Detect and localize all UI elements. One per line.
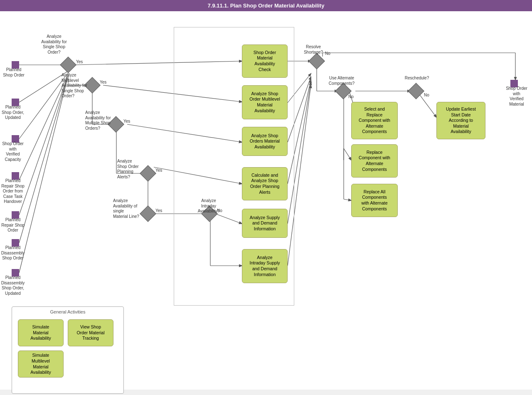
d1-yes-label: Yes [76, 59, 83, 65]
activity-1[interactable]: Shop OrderMaterialAvailabilityCheck [242, 44, 288, 78]
general-activity-2[interactable]: View ShopOrder MaterialTracking [68, 319, 113, 346]
activity-6[interactable]: AnalyzeIntraday Supplyand DemandInformat… [242, 249, 288, 283]
svg-line-16 [154, 167, 242, 184]
svg-line-34 [288, 74, 311, 103]
activity-9[interactable]: Replace AllComponentswith AlternateCompo… [351, 184, 398, 217]
activity-4[interactable]: Calculate andAnalyze ShopOrder PlanningA… [242, 167, 288, 200]
decision-label-3: AnalyzeAvailability forMultiple ShopOrde… [85, 110, 118, 131]
input-label-7: PlannedDisassemblyShop Order,Updated [0, 275, 26, 296]
decision-1 [60, 57, 76, 73]
page-title: 7.9.11.1. Plan Shop Order Material Avail… [0, 0, 532, 11]
d3-yes-label: Yes [123, 119, 130, 124]
d8-no-label: No [348, 94, 354, 100]
decision-9 [408, 83, 424, 99]
general-activity-1[interactable]: SimulateMaterialAvailability [18, 319, 64, 346]
activity-7[interactable]: Select andReplaceComponent withAlternate… [351, 102, 398, 139]
activity-3[interactable]: Analyze ShopOrders MaterialAvailability [242, 127, 288, 156]
decision-label-8: Use AlternateComponents? [325, 76, 358, 86]
input-label-5: PlannedRepair ShopOrder [0, 217, 26, 233]
svg-line-7 [74, 61, 242, 65]
general-activities-title: General Activities [12, 307, 123, 316]
input-label-1: PlannedShop Order [2, 67, 26, 78]
svg-line-6 [19, 79, 67, 273]
svg-line-10 [103, 85, 242, 102]
decision-7 [308, 53, 325, 69]
general-activities-box: General Activities SimulateMaterialAvail… [12, 306, 124, 394]
d5-yes-label: Yes [155, 208, 162, 214]
general-activities-grid: SimulateMaterialAvailability View ShopOr… [12, 316, 123, 381]
svg-line-19 [215, 214, 242, 224]
d4-yes-label: Yes [155, 168, 162, 173]
diagram-area: PlannedShop Order PlannedShop Order,Upda… [0, 11, 532, 390]
d9-no-label: No [424, 93, 429, 98]
svg-line-1 [19, 72, 67, 102]
decision-label-1: AnalyzeAvailability forSingle ShopOrder? [37, 34, 71, 55]
activity-2[interactable]: Analyze ShopOrder MultilevelMaterialAvai… [242, 85, 288, 119]
svg-line-36 [288, 80, 311, 184]
input-label-4: PlannedRepair ShopOrder fromCase TaskHan… [0, 178, 26, 205]
svg-line-3 [19, 76, 67, 180]
svg-line-5 [19, 78, 67, 243]
svg-line-38 [288, 85, 311, 266]
input-label-3: Shop OrderwithVerifiedCapacity [0, 141, 26, 162]
svg-line-37 [288, 82, 311, 224]
d6-no-label: No [217, 208, 222, 214]
svg-line-35 [288, 77, 311, 142]
activity-5[interactable]: Analyze Supplyand DemandInformation [242, 209, 288, 238]
svg-line-13 [127, 124, 242, 142]
decision-label-7: ResolveShortage? [298, 44, 328, 55]
general-activity-3[interactable]: SimulateMultilevelMaterialAvailability [18, 351, 64, 378]
decision-label-5: AnalyzeAvailability ofsingleMaterial Lin… [113, 198, 150, 219]
svg-line-4 [19, 77, 67, 215]
svg-line-30 [344, 148, 351, 160]
output-label-1: Shop OrderwithVerifiedMaterial [502, 86, 531, 107]
decision-label-2: Analyze MultilevelAvailability forSingle… [62, 73, 95, 99]
input-label-6: PlannedDisassemblyShop Order [0, 245, 26, 261]
d2-yes-label: Yes [100, 80, 106, 85]
decision-label-9: Reschedule? [402, 76, 432, 81]
svg-line-32 [344, 199, 351, 200]
svg-line-2 [19, 74, 67, 139]
d7-no-label: No [325, 51, 330, 57]
input-label-2: PlannedShop Order,Updated [0, 105, 26, 121]
activity-10[interactable]: Update EarliestStart DateAccording toMat… [436, 102, 485, 139]
decision-label-4: AnalyzeShop OrderPlanningAlerts? [117, 159, 150, 180]
activity-8[interactable]: ReplaceComponent withAlternateComponents [351, 144, 398, 178]
